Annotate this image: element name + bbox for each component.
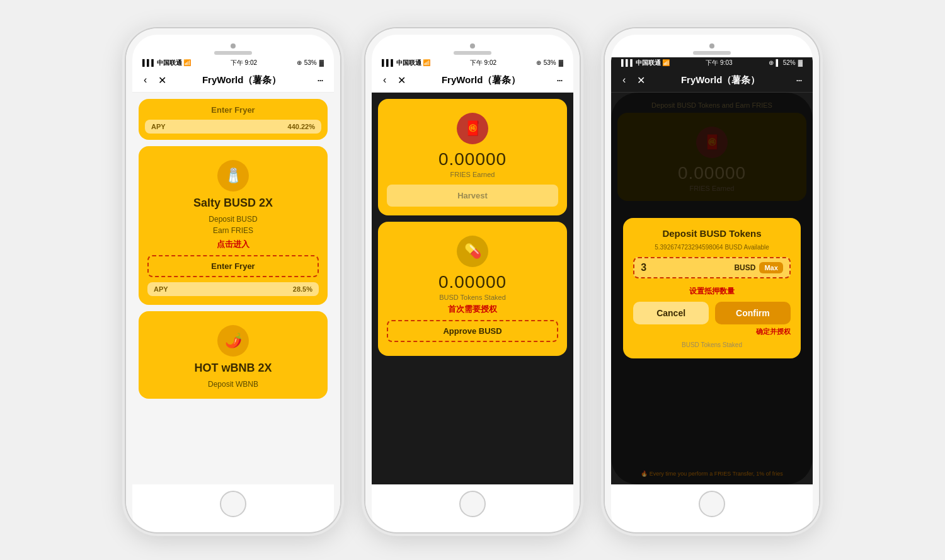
apy-value-1: 28.5% [293,285,312,293]
apy-value-top: 440.22% [288,123,315,130]
time-3: 下午 9:03 [706,59,732,67]
phone-top-3 [611,35,813,57]
confirm-btn[interactable]: Confirm [715,302,791,324]
busd-staked-card: 💊 0.00000 BUSD Tokens Staked 首次需要授权 Appr… [378,222,567,356]
phone-bottom-1 [132,484,334,526]
carrier-1: 中国联通 [157,59,182,67]
front-camera [231,43,236,49]
deposit-modal: Deposit BUSD Tokens 5.392674723294598064… [623,218,801,358]
speaker-3 [693,51,731,55]
status-left-3: ▌▌▌ 中国联通 📶 [621,59,670,67]
apy-label-top: APY [151,123,166,130]
front-camera-3 [709,43,714,49]
carrier-3: 中国联通 [636,59,661,67]
busd-number: 0.00000 [387,272,558,292]
apy-row-1: APY 28.5% [147,282,319,296]
phone-1: ▌▌▌ 中国联通 📶 下午 9:02 ⊕ 53% ▓ ‹ ✕ FryWorld（… [126,28,340,532]
card2-chinese-2: 首次需要授权 [387,304,558,315]
phone-top-2 [372,35,573,57]
battery-pct-3: 52% [783,59,796,66]
nav-bar-2: ‹ ✕ FryWorld（薯条） ··· [372,69,573,93]
gps-icon-2: ⊕ [536,59,541,66]
back-btn-3[interactable]: ‹ [620,73,628,87]
wifi-icon-3: 📶 [662,59,670,66]
top-card-header: Enter Fryer [145,105,321,115]
home-btn-2[interactable] [459,491,486,517]
battery-icon-2: ▓ [559,59,563,66]
nav-right-3: ··· [793,72,804,88]
more-btn-2[interactable]: ··· [554,72,564,88]
cancel-btn[interactable]: Cancel [633,302,709,324]
home-btn-3[interactable] [699,491,725,517]
apy-label-1: APY [154,285,168,293]
signal-icon-3: ▌▌▌ [621,59,634,66]
more-btn-1[interactable]: ··· [314,72,325,88]
phone-bottom-2 [372,484,573,526]
close-btn-2[interactable]: ✕ [395,73,408,88]
confirm-chinese-label: 确定并授权 [633,327,791,336]
nav-left-2: ‹ ✕ [381,73,408,88]
wifi-icon: 📶 [183,59,191,66]
wifi-icon-2: 📶 [423,59,430,66]
nav-left-1: ‹ ✕ [141,73,169,88]
card2-subtitle: Deposit WBNB [147,379,319,390]
fries-icon: 🧧 [457,113,488,144]
fries-earned-card: 🧧 0.00000 FRIES Earned Harvest [378,99,567,215]
approve-btn[interactable]: Approve BUSD [387,320,558,342]
modal-input-value[interactable]: 3 [641,262,730,273]
signal-icon-2: ▌▌▌ [382,59,395,66]
speaker-2 [454,51,491,55]
status-bar-2: ▌▌▌ 中国联通 📶 下午 9:02 ⊕ 53% ▓ [372,57,573,69]
status-bar-3: ▌▌▌ 中国联通 📶 下午 9:03 ⊕ ▌ 52% ▓ [611,57,813,69]
back-btn-1[interactable]: ‹ [141,73,149,87]
close-btn-1[interactable]: ✕ [156,73,169,88]
close-btn-3[interactable]: ✕ [634,73,648,88]
chili-icon: 🌶️ [217,325,249,357]
screen-3: Deposit BUSD Tokens and Earn FRIES 🧧 0.0… [611,93,813,484]
enter-fryer-btn-1[interactable]: Enter Fryer [147,255,319,277]
carrier-2: 中国联通 [396,59,421,67]
top-card-1: Enter Fryer APY 440.22% [139,99,328,140]
card2-title: HOT wBNB 2X [147,362,319,375]
harvest-btn[interactable]: Harvest [387,185,558,207]
phone-bottom-3 [611,484,813,526]
status-bar-1: ▌▌▌ 中国联通 📶 下午 9:02 ⊕ 53% ▓ [132,57,334,69]
nav-title-1: FryWorld（薯条） [169,74,314,86]
screen-1: Enter Fryer APY 440.22% 🧂 Salty BUSD 2X … [132,93,334,484]
nav-title-2: FryWorld（薯条） [408,74,554,86]
salty-card: 🧂 Salty BUSD 2X Deposit BUSD Earn FRIES … [139,146,328,305]
status-right-1: ⊕ 53% ▓ [297,59,324,66]
signal-bars-3: ▌ [776,59,781,66]
status-right-3: ⊕ ▌ 52% ▓ [769,59,803,66]
nav-right-1: ··· [314,72,325,88]
max-btn[interactable]: Max [759,262,782,273]
modal-overlay: Deposit BUSD Tokens 5.392674723294598064… [611,93,813,484]
status-left-1: ▌▌▌ 中国联通 📶 [142,59,191,67]
card1-title: Salty BUSD 2X [147,197,319,210]
time-1: 下午 9:02 [231,59,257,67]
modal-currency: BUSD [734,263,755,272]
battery-pct-2: 53% [544,59,556,66]
battery-icon-1: ▓ [319,59,324,66]
gps-icon-3: ⊕ [769,59,774,66]
fries-label: FRIES Earned [387,171,558,178]
home-btn-1[interactable] [220,491,246,517]
signal-icon: ▌▌▌ [142,59,156,66]
back-btn-2[interactable]: ‹ [381,73,389,87]
screen-2: 🧧 0.00000 FRIES Earned Harvest 💊 0.00000… [372,93,573,484]
gps-icon: ⊕ [297,59,302,66]
nav-bar-1: ‹ ✕ FryWorld（薯条） ··· [132,69,334,93]
fries-number: 0.00000 [387,149,558,169]
modal-input-row: 3 BUSD Max [633,257,791,278]
status-left-2: ▌▌▌ 中国联通 📶 [382,59,430,67]
battery-pct-1: 53% [304,59,317,66]
status-right-2: ⊕ 53% ▓ [536,59,563,66]
time-2: 下午 9:02 [470,59,496,67]
phone-3: ▌▌▌ 中国联通 📶 下午 9:03 ⊕ ▌ 52% ▓ ‹ ✕ FryWorl… [605,28,819,532]
modal-available: 5.392674723294598064 BUSD Available [633,244,791,251]
nav-left-3: ‹ ✕ [620,73,648,88]
more-btn-3[interactable]: ··· [793,72,804,88]
modal-buttons: Cancel Confirm [633,302,791,324]
front-camera-2 [470,43,475,49]
nav-bar-3: ‹ ✕ FryWorld（薯条） ··· [611,69,813,93]
